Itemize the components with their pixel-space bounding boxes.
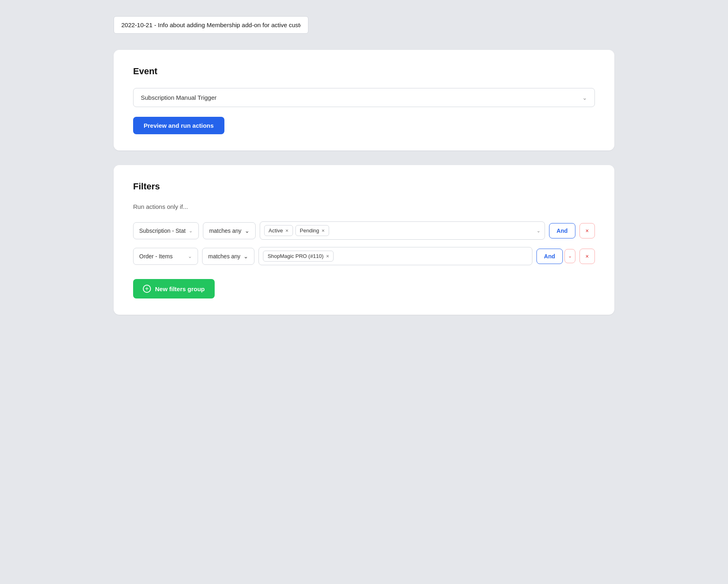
preview-run-label: Preview and run actions (144, 122, 214, 129)
filter-and-button-2[interactable]: And (536, 249, 563, 264)
chevron-down-icon: ⌄ (188, 253, 192, 259)
chevron-down-icon: ⌄ (243, 253, 248, 260)
filter-and-chevron-2[interactable]: ⌄ (564, 249, 575, 263)
filter-row-1: Subscription - Stat ⌄ matches any ⌄ Acti… (133, 221, 595, 240)
title-input[interactable] (114, 16, 308, 34)
event-card-title: Event (133, 66, 595, 77)
filter-values-box-2: ShopMagic PRO (#110) × (258, 247, 532, 265)
filter-tag-label: ShopMagic PRO (#110) (267, 253, 323, 259)
remove-tag-active[interactable]: × (285, 228, 289, 234)
chevron-down-icon: ⌄ (582, 94, 587, 101)
filter-condition-value-2: matches any (208, 253, 240, 260)
filter-tag-pending: Pending × (295, 225, 329, 236)
title-input-wrapper (114, 16, 614, 34)
chevron-down-icon: ⌄ (568, 253, 572, 259)
chevron-down-icon: ⌄ (189, 228, 193, 234)
filter-and-group-2: And ⌄ (536, 249, 575, 264)
plus-circle-icon: + (143, 285, 151, 293)
filters-subtext: Run actions only if... (133, 203, 595, 210)
filter-tag-label: Pending (300, 228, 319, 234)
remove-tag-shopmagic[interactable]: × (326, 253, 329, 259)
event-dropdown-value: Subscription Manual Trigger (141, 94, 217, 101)
filter-condition-2[interactable]: matches any ⌄ (202, 248, 254, 265)
filter-remove-button-1[interactable]: × (579, 223, 595, 238)
filter-row-2: Order - Items ⌄ matches any ⌄ ShopMagic … (133, 247, 595, 265)
new-filters-group-label: New filters group (155, 286, 205, 292)
filter-remove-button-2[interactable]: × (579, 249, 595, 264)
close-icon: × (586, 228, 589, 234)
remove-tag-pending[interactable]: × (321, 228, 325, 234)
filter-field-value-1: Subscription - Stat (139, 228, 185, 234)
filter-field-value-2: Order - Items (139, 253, 172, 260)
chevron-down-icon: ⌄ (536, 228, 541, 234)
chevron-down-icon: ⌄ (245, 228, 250, 234)
filters-card: Filters Run actions only if... Subscript… (114, 165, 614, 315)
filter-and-button-1[interactable]: And (549, 223, 575, 238)
filter-values-box-1: Active × Pending × ⌄ (260, 221, 545, 240)
filter-tag-active: Active × (264, 225, 293, 236)
filter-condition-value-1: matches any (209, 228, 241, 234)
preview-run-button[interactable]: Preview and run actions (133, 117, 224, 134)
event-card: Event Subscription Manual Trigger ⌄ Prev… (114, 50, 614, 150)
event-dropdown[interactable]: Subscription Manual Trigger ⌄ (133, 88, 595, 107)
filter-and-label-1: And (557, 228, 568, 234)
filter-and-label-2: And (544, 253, 555, 260)
filter-field-dropdown-1[interactable]: Subscription - Stat ⌄ (133, 222, 199, 239)
filter-tag-shopmagic: ShopMagic PRO (#110) × (263, 251, 334, 262)
filter-condition-1[interactable]: matches any ⌄ (203, 222, 255, 239)
new-filters-group-button[interactable]: + New filters group (133, 279, 215, 298)
filter-field-dropdown-2[interactable]: Order - Items ⌄ (133, 248, 198, 265)
close-icon: × (586, 253, 589, 260)
filter-tag-label: Active (269, 228, 283, 234)
filters-card-title: Filters (133, 181, 595, 192)
